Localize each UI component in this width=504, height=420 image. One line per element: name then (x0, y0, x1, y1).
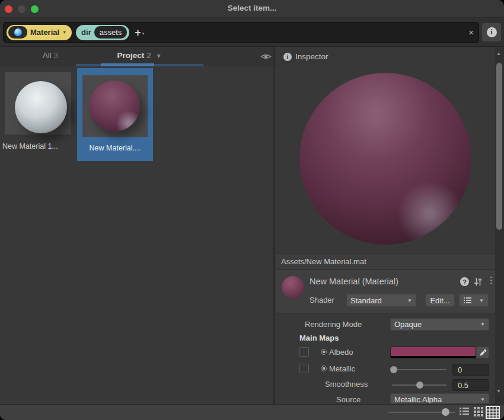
material-thumbnail-1[interactable] (5, 72, 71, 134)
bottom-bar (0, 404, 504, 420)
scroll-down-arrow-icon[interactable]: ▼ (496, 389, 501, 394)
search-input[interactable]: Material ▼ dir assets + ▼ × (3, 22, 479, 43)
plus-icon: + (135, 27, 141, 39)
source-label: Source (336, 395, 361, 403)
rendering-mode-value: Opaque (394, 320, 422, 329)
help-icon[interactable]: ? (460, 277, 469, 286)
info-button[interactable]: i (482, 23, 501, 41)
rendering-mode-label: Rendering Mode (305, 320, 362, 329)
material-preview-sphere (299, 73, 471, 245)
panel-divider (273, 47, 275, 404)
clear-search-icon[interactable]: × (468, 27, 474, 37)
material-thumbnail-2-selected[interactable]: New Material.... (77, 68, 153, 161)
albedo-alpha-strip (391, 356, 476, 358)
smoothness-slider-thumb[interactable] (416, 381, 423, 389)
type-filter-pill[interactable]: Material ▼ (7, 25, 72, 40)
search-row: Material ▼ dir assets + ▼ × i (0, 18, 504, 47)
dir-filter-prefix: dir (81, 28, 91, 37)
dir-filter-value-box: assets (94, 26, 127, 39)
source-value: Metallic Alpha (394, 395, 442, 403)
add-filter-button[interactable]: + ▼ (133, 27, 142, 38)
albedo-color (391, 347, 476, 356)
material-name-label[interactable]: New Material 1... (2, 142, 74, 150)
material-title: New Material (Material) (310, 277, 398, 286)
asset-grid: New Material 1... New Material.... (0, 66, 273, 404)
main-maps-header: Main Maps (299, 334, 339, 342)
material-name-label[interactable]: New Material.... (77, 144, 153, 152)
scroll-up-arrow-icon[interactable]: ▲ (496, 51, 501, 56)
type-filter-label: Material (30, 28, 59, 37)
presets-icon[interactable] (474, 277, 483, 286)
shader-dropdown[interactable]: Standard ▼ (346, 294, 416, 307)
dir-filter-value: assets (100, 28, 122, 37)
eye-icon[interactable] (260, 53, 272, 60)
inspector-header: i Inspector (276, 47, 495, 66)
tab-project-label: Project (117, 51, 144, 60)
chevron-down-icon: ▼ (407, 298, 412, 303)
metallic-slider-track[interactable] (392, 369, 446, 370)
tab-project[interactable]: Project2▼ (98, 51, 181, 60)
kebab-menu-icon[interactable]: ⋮ (487, 275, 496, 286)
inspector-scrollbar[interactable]: ▲ ▼ (495, 47, 504, 404)
material-thumbnail-2[interactable] (82, 75, 148, 137)
tab-project-count: 2 (146, 51, 151, 60)
albedo-texture-picker-icon[interactable] (321, 349, 327, 355)
scrollbar-thumb[interactable] (496, 63, 502, 230)
window-title: Select item... (0, 4, 504, 12)
material-preview-area (276, 66, 495, 253)
inspector-title: Inspector (295, 52, 328, 61)
material-sphere-icon (14, 28, 22, 36)
shader-label: Shader (310, 296, 334, 304)
material-sphere-preview (15, 81, 67, 133)
eyedropper-icon (479, 349, 487, 357)
info-icon: i (487, 27, 497, 37)
material-type-badge (8, 26, 27, 39)
smoothness-label: Smoothness (325, 380, 368, 389)
albedo-texture-checkbox[interactable] (299, 347, 309, 357)
thumbnail-size-slider-thumb[interactable] (442, 408, 449, 416)
list-icon (464, 297, 471, 304)
metallic-texture-checkbox[interactable] (299, 364, 309, 373)
shader-dropdown-value: Standard (350, 296, 382, 305)
material-sphere-preview (89, 81, 140, 132)
chevron-down-icon: ▼ (142, 28, 145, 39)
list-view-icon[interactable] (460, 407, 469, 416)
tab-all-count: 3 (54, 51, 59, 60)
tab-bar: All3 Project2▼ (0, 47, 276, 66)
chevron-down-icon: ▼ (480, 397, 485, 402)
albedo-color-swatch[interactable] (390, 347, 476, 358)
metallic-slider-thumb[interactable] (390, 366, 397, 373)
edit-shader-button[interactable]: Edit... (425, 294, 455, 307)
chevron-down-icon: ▼ (62, 30, 66, 34)
chevron-down-icon: ▼ (479, 298, 484, 303)
metallic-value-field[interactable]: 0 (452, 364, 489, 376)
smoothness-value-field[interactable]: 0.5 (452, 379, 489, 391)
title-bar: Select item... (0, 0, 504, 18)
material-header: New Material (Material) ? ⋮ Shader Stand… (276, 270, 495, 313)
rendering-mode-dropdown[interactable]: Opaque ▼ (390, 318, 489, 331)
dir-filter-pill[interactable]: dir assets (76, 25, 129, 40)
select-item-window: Select item... Material ▼ dir assets + ▼ (0, 0, 504, 420)
albedo-label: Albedo (329, 348, 353, 357)
inspector-panel: Assets/New Material.mat New Material (Ma… (276, 66, 495, 404)
chevron-down-icon[interactable]: ▼ (156, 53, 162, 59)
shader-menu-button[interactable]: ▼ (459, 294, 489, 307)
source-dropdown[interactable]: Metallic Alpha ▼ (390, 393, 489, 403)
chevron-down-icon: ▼ (480, 322, 485, 327)
tab-all-label: All (43, 51, 52, 60)
asset-path-bar: Assets/New Material.mat (276, 253, 495, 270)
inspector-info-icon: i (283, 53, 292, 61)
large-grid-view-icon-selected[interactable] (486, 406, 500, 419)
tab-all[interactable]: All3 (24, 51, 77, 60)
material-icon (282, 276, 304, 299)
grid-view-icon[interactable] (474, 407, 483, 416)
metallic-texture-picker-icon[interactable] (321, 366, 327, 371)
metallic-label: Metallic (329, 364, 355, 373)
material-properties: Rendering Mode Opaque ▼ Main Maps Albedo (276, 313, 495, 403)
eyedropper-button[interactable] (476, 347, 489, 358)
